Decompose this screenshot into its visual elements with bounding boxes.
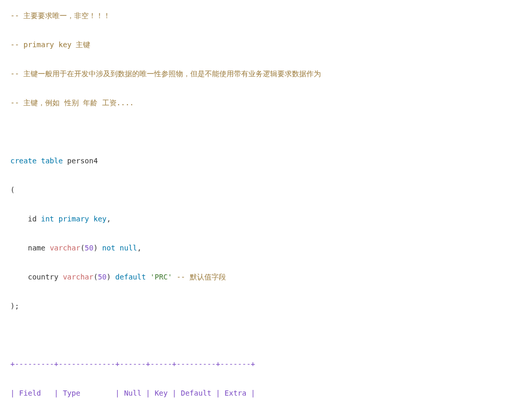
comment-line: -- primary key 主键 [10,37,508,52]
code-line: country varchar(50) default 'PRC' -- 默认值… [10,270,508,284]
table-header: | Field | Type | Null | Key | Default | … [10,386,508,400]
table-border: +---------+-------------+------+-----+--… [10,357,508,371]
code-line: name varchar(50) not null, [10,241,508,255]
code-line: ( [10,183,508,197]
table-border: +---------+-------------+------+-----+--… [10,415,508,420]
blank-line [10,328,508,342]
code-line: create table person4 [10,153,508,168]
code-line: ); [10,299,508,313]
comment-line: -- 主键一般用于在开发中涉及到数据的唯一性参照物，但是不能使用带有业务逻辑要求… [10,66,508,81]
code-block: -- 主要要求唯一，非空！！！ -- primary key 主键 -- 主键一… [10,8,508,420]
comment-line: -- 主键，例如 性别 年龄 工资.... [10,95,508,110]
blank-line [10,124,508,139]
comment-line: -- 主要要求唯一，非空！！！ [10,8,508,23]
code-line: id int primary key, [10,212,508,226]
